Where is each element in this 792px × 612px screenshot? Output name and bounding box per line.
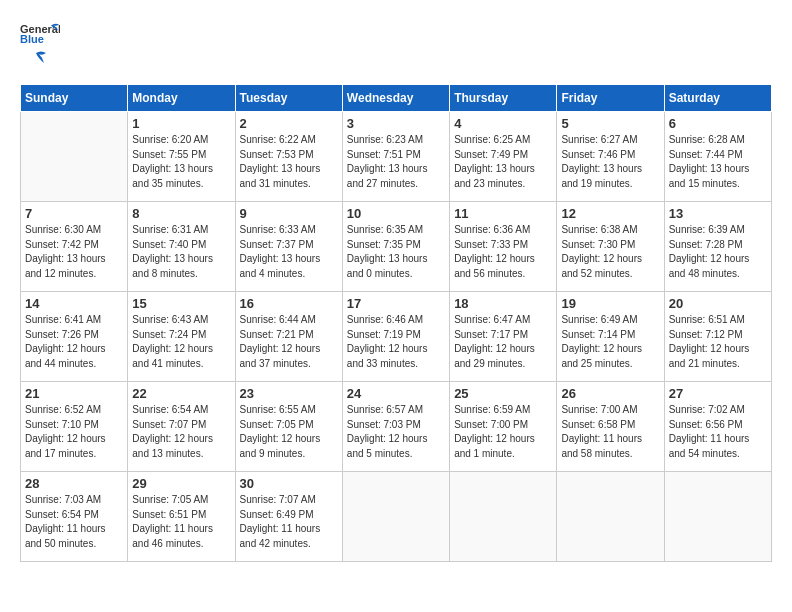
calendar-cell [450,472,557,562]
day-number: 21 [25,386,123,401]
day-number: 10 [347,206,445,221]
day-number: 4 [454,116,552,131]
cell-content: Sunrise: 6:55 AM Sunset: 7:05 PM Dayligh… [240,403,338,461]
calendar-cell: 7Sunrise: 6:30 AM Sunset: 7:42 PM Daylig… [21,202,128,292]
calendar-cell: 1Sunrise: 6:20 AM Sunset: 7:55 PM Daylig… [128,112,235,202]
day-number: 24 [347,386,445,401]
day-number: 2 [240,116,338,131]
day-number: 1 [132,116,230,131]
cell-content: Sunrise: 6:59 AM Sunset: 7:00 PM Dayligh… [454,403,552,461]
calendar-cell: 20Sunrise: 6:51 AM Sunset: 7:12 PM Dayli… [664,292,771,382]
logo-bird-icon [24,50,46,68]
cell-content: Sunrise: 6:52 AM Sunset: 7:10 PM Dayligh… [25,403,123,461]
day-number: 18 [454,296,552,311]
cell-content: Sunrise: 6:28 AM Sunset: 7:44 PM Dayligh… [669,133,767,191]
calendar-header-wednesday: Wednesday [342,85,449,112]
calendar-cell: 12Sunrise: 6:38 AM Sunset: 7:30 PM Dayli… [557,202,664,292]
logo: General Blue [20,20,60,68]
cell-content: Sunrise: 7:00 AM Sunset: 6:58 PM Dayligh… [561,403,659,461]
cell-content: Sunrise: 6:35 AM Sunset: 7:35 PM Dayligh… [347,223,445,281]
day-number: 3 [347,116,445,131]
calendar-cell: 10Sunrise: 6:35 AM Sunset: 7:35 PM Dayli… [342,202,449,292]
calendar-header-monday: Monday [128,85,235,112]
day-number: 5 [561,116,659,131]
cell-content: Sunrise: 7:05 AM Sunset: 6:51 PM Dayligh… [132,493,230,551]
calendar-cell: 23Sunrise: 6:55 AM Sunset: 7:05 PM Dayli… [235,382,342,472]
day-number: 15 [132,296,230,311]
day-number: 19 [561,296,659,311]
calendar-cell: 17Sunrise: 6:46 AM Sunset: 7:19 PM Dayli… [342,292,449,382]
calendar-table: SundayMondayTuesdayWednesdayThursdayFrid… [20,84,772,562]
calendar-cell: 11Sunrise: 6:36 AM Sunset: 7:33 PM Dayli… [450,202,557,292]
day-number: 8 [132,206,230,221]
calendar-cell [342,472,449,562]
day-number: 7 [25,206,123,221]
day-number: 13 [669,206,767,221]
calendar-header-sunday: Sunday [21,85,128,112]
cell-content: Sunrise: 6:22 AM Sunset: 7:53 PM Dayligh… [240,133,338,191]
cell-content: Sunrise: 6:39 AM Sunset: 7:28 PM Dayligh… [669,223,767,281]
cell-content: Sunrise: 6:38 AM Sunset: 7:30 PM Dayligh… [561,223,659,281]
day-number: 23 [240,386,338,401]
day-number: 29 [132,476,230,491]
cell-content: Sunrise: 6:43 AM Sunset: 7:24 PM Dayligh… [132,313,230,371]
calendar-cell: 9Sunrise: 6:33 AM Sunset: 7:37 PM Daylig… [235,202,342,292]
calendar-cell: 6Sunrise: 6:28 AM Sunset: 7:44 PM Daylig… [664,112,771,202]
calendar-cell: 5Sunrise: 6:27 AM Sunset: 7:46 PM Daylig… [557,112,664,202]
cell-content: Sunrise: 6:20 AM Sunset: 7:55 PM Dayligh… [132,133,230,191]
cell-content: Sunrise: 6:25 AM Sunset: 7:49 PM Dayligh… [454,133,552,191]
calendar-cell: 16Sunrise: 6:44 AM Sunset: 7:21 PM Dayli… [235,292,342,382]
calendar-header-thursday: Thursday [450,85,557,112]
calendar-cell: 26Sunrise: 7:00 AM Sunset: 6:58 PM Dayli… [557,382,664,472]
day-number: 25 [454,386,552,401]
day-number: 16 [240,296,338,311]
calendar-header-row: SundayMondayTuesdayWednesdayThursdayFrid… [21,85,772,112]
calendar-cell [664,472,771,562]
cell-content: Sunrise: 6:57 AM Sunset: 7:03 PM Dayligh… [347,403,445,461]
calendar-cell: 13Sunrise: 6:39 AM Sunset: 7:28 PM Dayli… [664,202,771,292]
day-number: 6 [669,116,767,131]
cell-content: Sunrise: 7:02 AM Sunset: 6:56 PM Dayligh… [669,403,767,461]
calendar-cell: 4Sunrise: 6:25 AM Sunset: 7:49 PM Daylig… [450,112,557,202]
day-number: 22 [132,386,230,401]
calendar-cell: 18Sunrise: 6:47 AM Sunset: 7:17 PM Dayli… [450,292,557,382]
cell-content: Sunrise: 6:51 AM Sunset: 7:12 PM Dayligh… [669,313,767,371]
calendar-header-saturday: Saturday [664,85,771,112]
cell-content: Sunrise: 6:44 AM Sunset: 7:21 PM Dayligh… [240,313,338,371]
cell-content: Sunrise: 6:47 AM Sunset: 7:17 PM Dayligh… [454,313,552,371]
calendar-week-row: 28Sunrise: 7:03 AM Sunset: 6:54 PM Dayli… [21,472,772,562]
day-number: 9 [240,206,338,221]
calendar-cell: 30Sunrise: 7:07 AM Sunset: 6:49 PM Dayli… [235,472,342,562]
cell-content: Sunrise: 7:07 AM Sunset: 6:49 PM Dayligh… [240,493,338,551]
calendar-week-row: 14Sunrise: 6:41 AM Sunset: 7:26 PM Dayli… [21,292,772,382]
cell-content: Sunrise: 6:30 AM Sunset: 7:42 PM Dayligh… [25,223,123,281]
calendar-cell: 8Sunrise: 6:31 AM Sunset: 7:40 PM Daylig… [128,202,235,292]
calendar-cell: 28Sunrise: 7:03 AM Sunset: 6:54 PM Dayli… [21,472,128,562]
calendar-week-row: 21Sunrise: 6:52 AM Sunset: 7:10 PM Dayli… [21,382,772,472]
calendar-cell: 21Sunrise: 6:52 AM Sunset: 7:10 PM Dayli… [21,382,128,472]
logo-icon: General Blue [20,20,60,48]
cell-content: Sunrise: 6:23 AM Sunset: 7:51 PM Dayligh… [347,133,445,191]
calendar-cell: 29Sunrise: 7:05 AM Sunset: 6:51 PM Dayli… [128,472,235,562]
calendar-cell: 25Sunrise: 6:59 AM Sunset: 7:00 PM Dayli… [450,382,557,472]
calendar-cell: 22Sunrise: 6:54 AM Sunset: 7:07 PM Dayli… [128,382,235,472]
cell-content: Sunrise: 6:54 AM Sunset: 7:07 PM Dayligh… [132,403,230,461]
calendar-cell: 14Sunrise: 6:41 AM Sunset: 7:26 PM Dayli… [21,292,128,382]
calendar-week-row: 7Sunrise: 6:30 AM Sunset: 7:42 PM Daylig… [21,202,772,292]
cell-content: Sunrise: 7:03 AM Sunset: 6:54 PM Dayligh… [25,493,123,551]
calendar-cell: 2Sunrise: 6:22 AM Sunset: 7:53 PM Daylig… [235,112,342,202]
cell-content: Sunrise: 6:27 AM Sunset: 7:46 PM Dayligh… [561,133,659,191]
cell-content: Sunrise: 6:31 AM Sunset: 7:40 PM Dayligh… [132,223,230,281]
calendar-week-row: 1Sunrise: 6:20 AM Sunset: 7:55 PM Daylig… [21,112,772,202]
day-number: 27 [669,386,767,401]
cell-content: Sunrise: 6:33 AM Sunset: 7:37 PM Dayligh… [240,223,338,281]
cell-content: Sunrise: 6:36 AM Sunset: 7:33 PM Dayligh… [454,223,552,281]
day-number: 30 [240,476,338,491]
day-number: 17 [347,296,445,311]
calendar-cell: 19Sunrise: 6:49 AM Sunset: 7:14 PM Dayli… [557,292,664,382]
day-number: 20 [669,296,767,311]
cell-content: Sunrise: 6:49 AM Sunset: 7:14 PM Dayligh… [561,313,659,371]
day-number: 14 [25,296,123,311]
day-number: 12 [561,206,659,221]
calendar-cell: 27Sunrise: 7:02 AM Sunset: 6:56 PM Dayli… [664,382,771,472]
